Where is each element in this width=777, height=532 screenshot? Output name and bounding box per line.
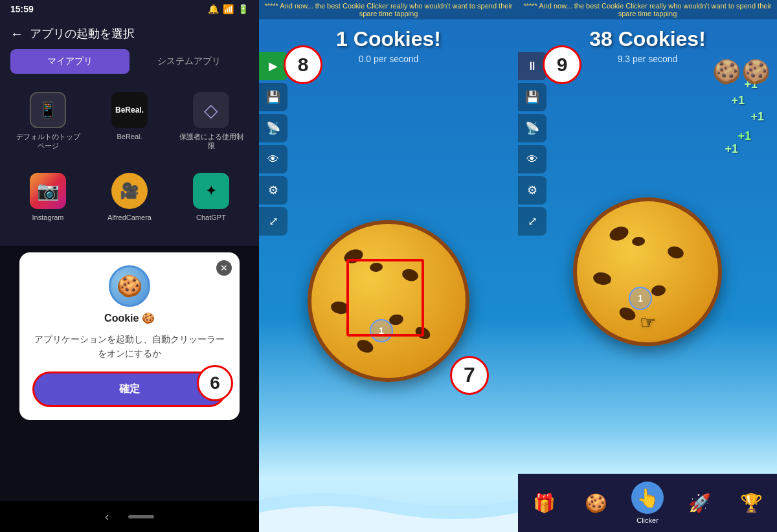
back-nav-icon[interactable]: ‹ xyxy=(105,510,109,524)
battery-icon: 🔋 xyxy=(238,4,249,14)
app-label-bereal: BeReal. xyxy=(117,132,142,141)
save-button-right[interactable]: 💾 xyxy=(518,83,546,111)
bottom-nav-trophy[interactable]: 🏆 xyxy=(735,487,767,519)
app-item-alfred[interactable]: 🎥 AlfredCamera xyxy=(92,165,167,230)
app-label-parental: 保護者による使用制限 xyxy=(176,132,246,151)
app-label-chatgpt: ChatGPT xyxy=(196,213,226,222)
step-badge-9: 9 xyxy=(543,45,581,84)
right-sidebar-controls: ⏸ 9 💾 📡 👁 ⚙ ⤢ xyxy=(518,52,546,236)
cookie-container-right: 1 ☞ xyxy=(573,197,722,346)
wifi-icon: 📶 xyxy=(223,4,234,14)
game-bottom-nav: 🎁 🍪 👆 Clicker 🚀 🏆 xyxy=(518,474,777,532)
dialog-overlay: ✕ 🍪 Cookie 🍪 アプリケーションを起動し、自動クリッーラーをオンにする… xyxy=(0,246,259,532)
play-btn-wrapper: ▶ 8 xyxy=(259,52,287,80)
step-badge-7: 7 xyxy=(450,356,489,395)
app-tabs: マイアプリ システムアプリ xyxy=(10,49,249,74)
app-icon-alfred: 🎥 xyxy=(111,173,148,209)
middle-sidebar-controls: ▶ 8 💾 📡 👁 ⚙ ⤢ xyxy=(259,52,287,236)
signal-button-right[interactable]: 📡 xyxy=(518,114,546,142)
right-top-banner: ***** And now... the best Cookie Clicker… xyxy=(518,0,777,19)
right-panel: ***** And now... the best Cookie Clicker… xyxy=(518,0,777,532)
middle-panel: ***** And now... the best Cookie Clicker… xyxy=(259,0,518,532)
confirm-wrapper: 確定 6 xyxy=(32,371,227,407)
status-bar: 15:59 🔔 📶 🔋 xyxy=(0,0,259,18)
app-icon-bereal: BeReal. xyxy=(111,92,148,128)
dialog-box: ✕ 🍪 Cookie 🍪 アプリケーションを起動し、自動クリッーラーをオンにする… xyxy=(19,252,240,420)
tab-my-apps[interactable]: マイアプリ xyxy=(10,49,130,74)
eye-button-right[interactable]: 👁 xyxy=(518,145,546,173)
move-button-mid[interactable]: ⤢ xyxy=(259,207,287,236)
app-item-instagram[interactable]: 📷 Instagram xyxy=(10,165,85,230)
home-indicator[interactable] xyxy=(128,515,154,518)
tab-system-apps[interactable]: システムアプリ xyxy=(130,49,249,74)
apps-grid: 📱 デフォルトのトップページ BeReal. BeReal. ◇ 保護者による使… xyxy=(0,84,259,230)
bottom-nav-cookie[interactable]: 🍪 xyxy=(580,487,612,519)
dialog-cookie-icon: 🍪 xyxy=(109,265,150,307)
back-button[interactable]: ← xyxy=(10,27,23,41)
step-badge-6: 6 xyxy=(197,365,233,401)
app-item-parental[interactable]: ◇ 保護者による使用制限 xyxy=(174,84,249,159)
bottom-nav-rocket[interactable]: 🚀 xyxy=(683,487,715,519)
app-icon-instagram: 📷 xyxy=(30,173,66,209)
cursor-hand: ☞ xyxy=(640,312,656,333)
dialog-title: Cookie 🍪 xyxy=(32,312,227,324)
eye-button-mid[interactable]: 👁 xyxy=(259,145,287,173)
app-item-chatgpt[interactable]: ✦ ChatGPT xyxy=(174,165,249,230)
clicker-label: Clicker xyxy=(636,516,659,524)
move-button-right[interactable]: ⤢ xyxy=(518,207,546,236)
chest-icon: 🎁 xyxy=(528,487,560,519)
rocket-icon: 🚀 xyxy=(683,487,715,519)
right-cookie-area[interactable]: 1 ☞ xyxy=(518,69,777,474)
bottom-nav-clicker[interactable]: 👆 Clicker xyxy=(631,482,664,524)
app-label-phone: デフォルトのトップページ xyxy=(13,132,83,151)
signal-button-mid[interactable]: 📡 xyxy=(259,114,287,142)
waves-mid xyxy=(259,480,518,532)
middle-top-banner: ***** And now... the best Cookie Clicker… xyxy=(259,0,518,19)
app-item-bereal[interactable]: BeReal. BeReal. xyxy=(92,84,167,159)
time-display: 15:59 xyxy=(10,4,34,14)
trophy-icon: 🏆 xyxy=(735,487,767,519)
clicker-icon: 👆 xyxy=(631,482,664,514)
left-panel: 15:59 🔔 📶 🔋 ← アプリの起動を選択 マイアプリ システムアプリ 📱 … xyxy=(0,0,259,532)
bottom-nav-chest[interactable]: 🎁 xyxy=(528,487,560,519)
step-badge-8: 8 xyxy=(284,45,322,84)
dialog-text: アプリケーションを起動し、自動クリッーラーをオンにするか xyxy=(32,332,227,361)
app-icon-chatgpt: ✦ xyxy=(193,173,229,209)
notif-icon: 🔔 xyxy=(208,4,219,14)
pause-btn-wrapper: ⏸ 9 xyxy=(518,52,546,80)
bottom-nav-bar: ‹ xyxy=(0,501,259,532)
settings-button-right[interactable]: ⚙ xyxy=(518,176,546,205)
click-indicator-right: 1 xyxy=(629,287,652,310)
app-icon-phone: 📱 xyxy=(30,92,66,128)
status-icons: 🔔 📶 🔋 xyxy=(208,4,249,14)
save-button-mid[interactable]: 💾 xyxy=(259,83,287,111)
app-label-instagram: Instagram xyxy=(32,213,64,222)
cookie-container-mid: 1 7 xyxy=(308,220,469,382)
cookie-nav-icon: 🍪 xyxy=(580,487,612,519)
app-selector-header: ← アプリの起動を選択 xyxy=(0,18,259,49)
dialog-close-button[interactable]: ✕ xyxy=(216,260,232,276)
app-label-alfred: AlfredCamera xyxy=(107,213,152,222)
middle-cookie-area[interactable]: 1 7 xyxy=(259,69,518,532)
step-box-7 xyxy=(346,259,424,337)
app-icon-parental: ◇ xyxy=(193,92,229,128)
settings-button-mid[interactable]: ⚙ xyxy=(259,176,287,205)
page-title: アプリの起動を選択 xyxy=(30,26,135,41)
app-item-phone[interactable]: 📱 デフォルトのトップページ xyxy=(10,84,85,159)
